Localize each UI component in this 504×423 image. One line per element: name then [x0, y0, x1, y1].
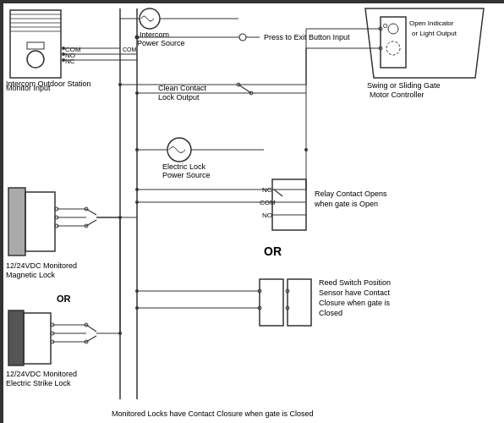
svg-text:Press to Exit Button Input: Press to Exit Button Input	[264, 33, 350, 41]
svg-text:when gate is Open: when gate is Open	[314, 200, 378, 208]
svg-point-39	[118, 83, 122, 86]
svg-text:Magnetic Lock: Magnetic Lock	[6, 271, 56, 279]
svg-text:Closure when gate is: Closure when gate is	[319, 299, 391, 307]
svg-text:Monitored Locks have Contact C: Monitored Locks have Contact Closure whe…	[112, 409, 314, 418]
svg-text:Lock Output: Lock Output	[158, 93, 200, 102]
svg-text:OR: OR	[57, 294, 71, 304]
svg-text:NO: NO	[262, 212, 272, 219]
svg-text:or Light Output: or Light Output	[412, 30, 457, 37]
svg-rect-50	[8, 188, 25, 255]
svg-point-40	[135, 91, 139, 95]
svg-text:Electric Lock: Electric Lock	[162, 162, 206, 171]
svg-point-34	[135, 36, 140, 40]
svg-text:Relay Contact Opens: Relay Contact Opens	[315, 190, 387, 198]
svg-text:Swing or Sliding Gate: Swing or Sliding Gate	[367, 81, 441, 90]
svg-text:Sensor have Contact: Sensor have Contact	[319, 288, 391, 297]
svg-point-49	[135, 148, 139, 151]
svg-text:Open Indicator: Open Indicator	[409, 19, 454, 27]
svg-text:O: O	[383, 23, 388, 29]
svg-text:Power Source: Power Source	[162, 171, 211, 179]
svg-text:OR: OR	[264, 244, 282, 258]
intercom-outdoor-label: Intercom Outdoor Station	[6, 80, 91, 89]
svg-text:Reed Switch Position: Reed Switch Position	[319, 278, 391, 287]
svg-point-98	[135, 201, 139, 204]
svg-text:12/24VDC Monitored: 12/24VDC Monitored	[6, 261, 77, 270]
svg-text:Motor Controller: Motor Controller	[370, 91, 425, 99]
svg-point-97	[135, 188, 139, 191]
svg-text:12/24VDC Monitored: 12/24VDC Monitored	[6, 370, 77, 378]
svg-text:Electric Strike Lock: Electric Strike Lock	[6, 379, 71, 387]
svg-rect-68	[8, 310, 24, 365]
svg-point-132	[304, 148, 308, 151]
svg-point-108	[135, 289, 139, 293]
svg-text:Power Source: Power Source	[137, 39, 185, 47]
svg-text:NC: NC	[65, 58, 75, 65]
svg-text:Closed: Closed	[319, 309, 342, 317]
svg-point-109	[135, 306, 139, 310]
svg-text:COM: COM	[123, 47, 137, 52]
wiring-diagram: Monitor Input COM NO NC Intercom Power S…	[0, 0, 504, 423]
